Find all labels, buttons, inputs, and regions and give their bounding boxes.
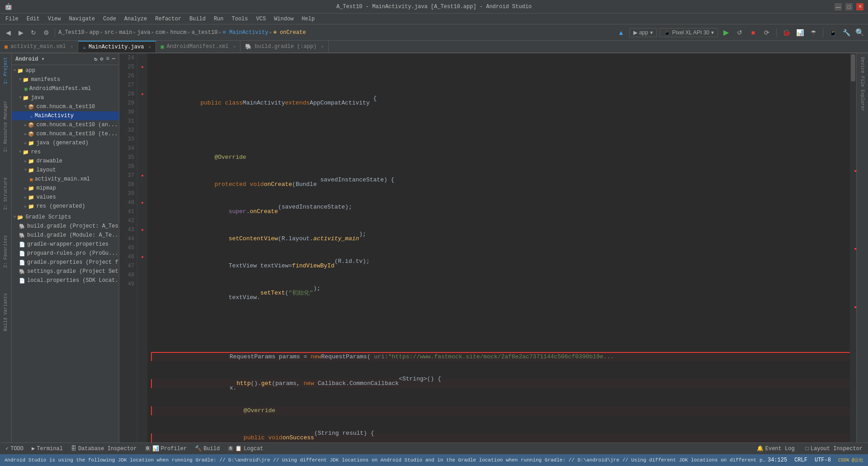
- menu-analyze[interactable]: Analyze: [121, 15, 151, 23]
- tree-gradle-props[interactable]: 📄gradle.properties (Project f...: [12, 258, 119, 267]
- menu-navigate[interactable]: Navigate: [65, 15, 99, 23]
- tab-build-gradle[interactable]: 🐘 build.gradle (:app) ✕: [241, 41, 329, 52]
- close-active-tab-icon[interactable]: ✕: [148, 44, 151, 50]
- debug-button[interactable]: 🐞: [781, 27, 792, 38]
- tree-mipmap[interactable]: ▶ 📁mipmap: [12, 184, 119, 193]
- tree-build-gradle-project[interactable]: 🐘build.gradle (Project: A_Tes...: [12, 222, 119, 231]
- todo-button[interactable]: ✓ TODO: [2, 444, 27, 454]
- rerun-button[interactable]: ↺: [734, 27, 745, 38]
- menu-run[interactable]: Run: [210, 15, 227, 23]
- build-icon: 🔨: [195, 445, 202, 452]
- breadcrumb-class[interactable]: ⊙ MainActivity: [223, 29, 269, 36]
- right-scrollbar[interactable]: [850, 53, 856, 442]
- menu-build[interactable]: Build: [186, 15, 209, 23]
- maximize-button[interactable]: □: [845, 3, 853, 10]
- menu-view[interactable]: View: [44, 15, 65, 23]
- tree-values[interactable]: ▶ 📁values: [12, 193, 119, 202]
- tree-local-props[interactable]: 📄local.properties (SDK Locat...: [12, 276, 119, 285]
- event-log-button[interactable]: 🔔 Event Log: [753, 444, 798, 454]
- tree-manifests[interactable]: ▼ 📁manifests: [12, 75, 119, 84]
- sdk-button[interactable]: 🔧: [841, 27, 852, 38]
- tree-package-te[interactable]: ▶ 📦com.hnucm.a_test10 (te...: [12, 129, 119, 138]
- breadcrumb-package[interactable]: a_test10: [192, 29, 218, 36]
- tree-drawable[interactable]: ▶ 📁drawable: [12, 157, 119, 166]
- profile-button[interactable]: 📊: [794, 27, 805, 38]
- settings-button[interactable]: ⚙: [41, 27, 52, 38]
- run-config-selector[interactable]: ▶ app ▾: [629, 28, 657, 37]
- breadcrumb-method[interactable]: ⊕ onCreate: [274, 29, 306, 36]
- structure-toggle[interactable]: 2: Structure: [2, 176, 9, 212]
- resource-manager-toggle[interactable]: 2: Resource Manager: [2, 99, 9, 154]
- breadcrumb-com[interactable]: com: [156, 29, 165, 36]
- tree-androidmanifest[interactable]: ▣AndroidManifest.xml: [12, 84, 119, 93]
- favorites-toggle[interactable]: 2: Favorites: [2, 233, 9, 270]
- breadcrumb-src[interactable]: src: [104, 29, 114, 36]
- tab-androidmanifest-xml[interactable]: ▣ AndroidManifest.xml ✕: [156, 41, 241, 52]
- coverage-button[interactable]: ☂: [808, 27, 819, 38]
- tree-package-an[interactable]: ▶ 📦com.hnucm.a_test10 (an...: [12, 120, 119, 129]
- breadcrumb-java[interactable]: java: [137, 29, 151, 36]
- line-ending[interactable]: CRLF: [794, 457, 807, 463]
- tab-activity-main-xml[interactable]: ▣ activity_main.xml ✕: [0, 41, 78, 52]
- tree-package-main[interactable]: ▼ 📦com.hnucm.a_test10: [12, 102, 119, 111]
- tab-mainactivity-java[interactable]: ☕ MainActivity.java ✕: [78, 41, 156, 52]
- tree-java-generated[interactable]: ▶ 📁java (generated): [12, 138, 119, 147]
- expand-icon[interactable]: ≡: [106, 56, 109, 62]
- settings-icon[interactable]: ⚙: [100, 56, 103, 62]
- encoding[interactable]: UTF-8: [815, 457, 831, 463]
- breadcrumb-hnucm[interactable]: hnucm: [170, 29, 186, 36]
- menu-help[interactable]: Help: [298, 15, 318, 23]
- nav-up-button[interactable]: ▲: [616, 27, 627, 38]
- sync-button[interactable]: ⟳: [761, 27, 772, 38]
- back-button[interactable]: ◀: [3, 27, 14, 38]
- search-button[interactable]: 🔍: [854, 27, 865, 38]
- close-tab-icon[interactable]: ✕: [71, 44, 73, 49]
- tree-gradle-scripts[interactable]: ▼ 📂Gradle Scripts: [12, 213, 119, 222]
- sync-icon[interactable]: ↻: [94, 56, 97, 62]
- close-gradle-tab-icon[interactable]: ✕: [321, 44, 324, 49]
- close-manifest-tab-icon[interactable]: ✕: [233, 44, 236, 49]
- profiler-button[interactable]: 0 📊 Profiler: [142, 444, 191, 454]
- menu-vcs[interactable]: VCS: [253, 15, 270, 23]
- build-variants-toggle[interactable]: Build Variants: [2, 291, 9, 333]
- breadcrumb-app[interactable]: app: [90, 29, 99, 36]
- menu-tools[interactable]: Tools: [228, 15, 252, 23]
- tree-gradle-wrapper[interactable]: 📄gradle-wrapper.properties: [12, 240, 119, 249]
- tree-proguard[interactable]: 📄proguard-rules.pro (ProGu...: [12, 249, 119, 258]
- terminal-button[interactable]: ▶ Terminal: [28, 444, 66, 454]
- device-selector[interactable]: 📱 Pixel XL API 30 ▾: [660, 28, 718, 37]
- menu-refactor[interactable]: Refactor: [151, 15, 185, 23]
- refresh-button[interactable]: ↻: [28, 27, 39, 38]
- tree-java[interactable]: ▼ 📁java: [12, 93, 119, 102]
- project-panel-toggle[interactable]: 1: Project: [2, 55, 9, 86]
- code-content[interactable]: 24 25 26 27 28 29 30 31 32 33 34 35 36 3…: [119, 53, 856, 442]
- cursor-position[interactable]: 34:125: [768, 457, 787, 463]
- stop-button[interactable]: ■: [748, 27, 759, 38]
- database-inspector-button[interactable]: 🗄 Database Inspector: [67, 444, 141, 454]
- close-button[interactable]: ✕: [856, 3, 863, 10]
- menu-window[interactable]: Window: [270, 15, 297, 23]
- tree-build-gradle-module[interactable]: 🐘build.gradle (Module: A_Te...: [12, 231, 119, 240]
- tree-res[interactable]: ▼ 📁res: [12, 147, 119, 157]
- tree-app[interactable]: ▼ 📁app: [12, 66, 119, 75]
- logcat-button[interactable]: 6 📋 Logcat: [224, 444, 267, 454]
- minimize-panel-icon[interactable]: —: [112, 56, 115, 62]
- menu-edit[interactable]: Edit: [23, 15, 43, 23]
- tree-settings-gradle[interactable]: 🐘settings.gradle (Project Set...: [12, 267, 119, 276]
- forward-button[interactable]: ▶: [15, 27, 26, 38]
- run-button[interactable]: ▶: [721, 27, 731, 38]
- avd-button[interactable]: 📱: [827, 27, 838, 38]
- menu-file[interactable]: File: [2, 15, 22, 23]
- tree-layout[interactable]: ▼ 📁layout: [12, 166, 119, 175]
- minimize-button[interactable]: —: [835, 3, 842, 10]
- menu-code[interactable]: Code: [99, 15, 120, 23]
- breadcrumb-main[interactable]: main: [119, 29, 132, 36]
- tree-res-generated[interactable]: ▶ 📁res (generated): [12, 202, 119, 211]
- tree-activity-main-xml[interactable]: ▣activity_main.xml: [12, 175, 119, 184]
- build-button[interactable]: 🔨 Build: [191, 444, 223, 454]
- layout-inspector-button[interactable]: □ Layout Inspector: [802, 444, 866, 454]
- tree-mainactivity[interactable]: ☕MainActivity: [12, 111, 119, 120]
- code-editor[interactable]: public class MainActivity extends AppCom…: [147, 53, 850, 442]
- breadcrumb-project[interactable]: A_Test10: [58, 29, 85, 36]
- device-file-explorer-toggle[interactable]: Device File Explorer: [859, 55, 866, 113]
